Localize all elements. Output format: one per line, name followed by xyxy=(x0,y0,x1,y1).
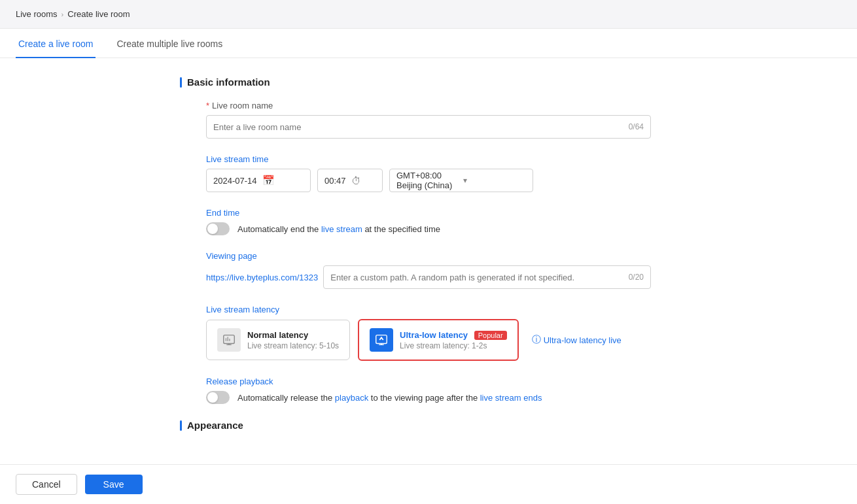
tab-create-single[interactable]: Create a live room xyxy=(16,29,96,58)
release-playback-toggle-row: Automatically release the playback to th… xyxy=(206,391,651,404)
normal-latency-icon xyxy=(217,328,241,352)
save-button[interactable]: Save xyxy=(85,475,143,494)
live-stream-latency-label: Live stream latency xyxy=(206,305,651,314)
end-time-toggle-row: Automatically end the live stream at the… xyxy=(206,222,651,235)
live-room-name-char-count: 0/64 xyxy=(629,122,644,131)
custom-path-input-wrapper: 0/20 xyxy=(323,265,651,289)
time-input[interactable]: 00:47 ⏱ xyxy=(317,169,383,192)
breadcrumb-parent[interactable]: Live rooms xyxy=(16,9,58,19)
viewing-page-row: https://live.byteplus.com/1323 0/20 xyxy=(206,265,651,289)
viewing-page-label: Viewing page xyxy=(206,251,651,261)
popular-badge: Popular xyxy=(474,331,507,340)
bottom-bar: Cancel Save xyxy=(0,464,857,496)
appearance-title: Appearance xyxy=(180,420,677,431)
end-time-toggle-label: Automatically end the live stream at the… xyxy=(237,224,440,234)
end-time-toggle[interactable] xyxy=(206,222,230,235)
ultra-low-latency-desc: Live stream latency: 1-2s xyxy=(400,341,507,350)
ultra-low-latency-card[interactable]: Ultra-low latency Popular Live stream la… xyxy=(358,319,519,361)
breadcrumb-current: Create live room xyxy=(67,9,130,19)
ultra-low-latency-info: Ultra-low latency Popular Live stream la… xyxy=(400,330,507,350)
live-room-name-group: * Live room name 0/64 xyxy=(206,101,651,139)
breadcrumb-separator: › xyxy=(61,10,64,18)
required-star: * xyxy=(206,101,209,110)
chevron-down-icon: ▾ xyxy=(463,176,526,185)
live-room-name-input[interactable] xyxy=(213,122,629,132)
release-playback-toggle[interactable] xyxy=(206,391,230,404)
basic-information-title: Basic information xyxy=(180,76,677,88)
live-stream-time-group: Live stream time 2024-07-14 📅 00:47 ⏱ GM… xyxy=(206,154,651,192)
calendar-icon: 📅 xyxy=(262,175,275,186)
url-prefix: https://live.byteplus.com/1323 xyxy=(206,273,318,282)
breadcrumb: Live rooms › Create live room xyxy=(0,0,857,29)
ultra-low-latency-link[interactable]: ⓘ Ultra-low latency live xyxy=(532,334,621,346)
tab-create-multiple[interactable]: Create multiple live rooms xyxy=(114,29,225,58)
live-room-name-label: * Live room name xyxy=(206,101,651,110)
custom-path-char-count: 0/20 xyxy=(629,273,644,282)
ultra-low-latency-icon xyxy=(370,328,393,352)
normal-latency-title: Normal latency xyxy=(247,330,339,340)
timezone-select[interactable]: GMT+08:00 Beijing (China) ▾ xyxy=(389,169,533,192)
live-stream-time-label: Live stream time xyxy=(206,154,651,164)
normal-latency-desc: Live stream latency: 5-10s xyxy=(247,341,339,350)
live-stream-latency-group: Live stream latency xyxy=(206,305,651,361)
end-time-group: End time Automatically end the live stre… xyxy=(206,208,651,235)
page-content: Basic information * Live room name 0/64 … xyxy=(0,58,857,496)
datetime-row: 2024-07-14 📅 00:47 ⏱ GMT+08:00 Beijing (… xyxy=(206,169,651,192)
tabs-bar: Create a live room Create multiple live … xyxy=(0,29,857,58)
release-playback-toggle-track xyxy=(206,391,230,404)
end-time-toggle-thumb xyxy=(207,224,218,234)
release-playback-toggle-thumb xyxy=(207,392,218,403)
release-playback-group: Release playback Automatically release t… xyxy=(206,377,651,404)
viewing-page-group: Viewing page https://live.byteplus.com/1… xyxy=(206,251,651,289)
end-time-label: End time xyxy=(206,208,651,218)
custom-path-input[interactable] xyxy=(330,273,628,282)
normal-latency-info: Normal latency Live stream latency: 5-10… xyxy=(247,330,339,350)
svg-rect-6 xyxy=(376,335,387,344)
release-playback-label: Release playback xyxy=(206,377,651,386)
date-input[interactable]: 2024-07-14 📅 xyxy=(206,169,311,192)
ultra-low-latency-title: Ultra-low latency Popular xyxy=(400,330,507,340)
end-time-toggle-track xyxy=(206,222,230,235)
latency-options: Normal latency Live stream latency: 5-10… xyxy=(206,319,651,361)
release-playback-toggle-label: Automatically release the playback to th… xyxy=(237,393,542,403)
cancel-button[interactable]: Cancel xyxy=(16,474,77,495)
normal-latency-card[interactable]: Normal latency Live stream latency: 5-10… xyxy=(206,320,350,360)
clock-icon: ⏱ xyxy=(351,175,361,186)
live-room-name-input-wrapper: 0/64 xyxy=(206,115,651,139)
info-icon: ⓘ xyxy=(532,334,541,346)
